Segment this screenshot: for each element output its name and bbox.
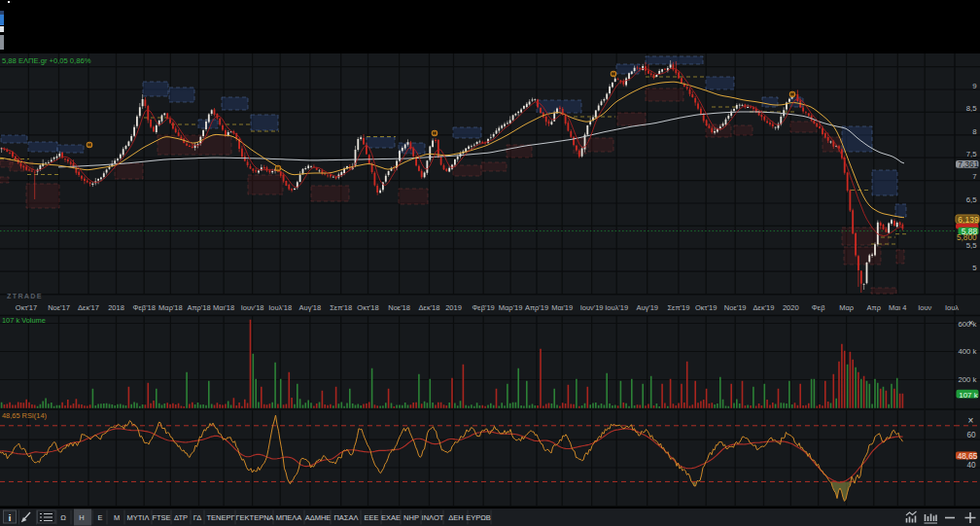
svg-text:5: 5 (972, 263, 977, 272)
svg-text:ΓΔ: ΓΔ (193, 513, 201, 522)
svg-text:Φεβ: Φεβ (812, 303, 825, 312)
svg-text:5,800: 5,800 (957, 233, 977, 242)
svg-text:ΕΥΡΩΒ: ΕΥΡΩΒ (466, 513, 491, 522)
svg-text:7,361: 7,361 (958, 159, 979, 169)
svg-text:×: × (968, 318, 973, 328)
svg-text:ΜΥΤΙΛ: ΜΥΤΙΛ (127, 513, 150, 522)
svg-text:200 k: 200 k (958, 375, 976, 384)
svg-text:Απρ'19: Απρ'19 (525, 303, 548, 312)
svg-text:Μαρ'18: Μαρ'18 (158, 303, 183, 312)
svg-text:2019: 2019 (445, 303, 462, 312)
svg-text:Μαι'19: Μαι'19 (551, 303, 573, 312)
svg-text:40: 40 (966, 461, 976, 470)
svg-text:5,5: 5,5 (966, 241, 978, 250)
svg-text:5,88 ΕΛΠΕ.gr +0,05 0,86%: 5,88 ΕΛΠΕ.gr +0,05 0,86% (2, 56, 91, 65)
svg-text:Ω: Ω (60, 513, 66, 522)
svg-text:Νοε'17: Νοε'17 (48, 303, 70, 312)
svg-text:Μαρ: Μαρ (839, 303, 854, 312)
svg-text:i: i (9, 512, 12, 523)
svg-text:400 k: 400 k (958, 347, 976, 356)
svg-text:107 k: 107 k (959, 391, 979, 400)
svg-text:Οκτ'19: Οκτ'19 (695, 303, 717, 312)
svg-text:ΔΤΡ: ΔΤΡ (174, 513, 188, 522)
svg-text:8: 8 (972, 127, 976, 136)
svg-text:Μαι 4: Μαι 4 (889, 303, 907, 312)
svg-text:ΜΠΕΛΑ: ΜΠΕΛΑ (276, 513, 302, 522)
svg-text:Νοε'19: Νοε'19 (724, 303, 747, 312)
svg-text:×: × (968, 415, 974, 426)
svg-text:2018: 2018 (108, 303, 124, 312)
svg-text:48,65 RSI(14): 48,65 RSI(14) (2, 411, 47, 420)
svg-text:Ιουν: Ιουν (918, 303, 931, 312)
svg-text:ΕΕΕ: ΕΕΕ (364, 513, 378, 522)
svg-text:Σεπ'18: Σεπ'18 (330, 303, 352, 312)
svg-text:ΕΧΑΕ: ΕΧΑΕ (381, 513, 401, 522)
svg-text:600 k: 600 k (958, 320, 976, 329)
svg-text:7: 7 (972, 172, 976, 181)
svg-text:Αυγ'18: Αυγ'18 (299, 303, 322, 312)
svg-text:8,5: 8,5 (966, 104, 978, 113)
svg-text:Ιουν'19: Ιουν'19 (580, 303, 604, 312)
svg-text:Ιουν'18: Ιουν'18 (241, 303, 264, 312)
svg-text:ZTRADE: ZTRADE (7, 292, 43, 300)
svg-text:ΓΕΚΤΕΡΝΑ: ΓΕΚΤΕΡΝΑ (235, 513, 273, 522)
svg-text:Φεβ'18: Φεβ'18 (132, 303, 155, 312)
svg-text:7,5: 7,5 (966, 150, 978, 158)
svg-text:Ιουλ: Ιουλ (945, 303, 959, 312)
svg-text:E: E (97, 513, 102, 522)
svg-text:Απρ'18: Απρ'18 (187, 303, 210, 312)
svg-text:6,139: 6,139 (958, 215, 979, 225)
svg-text:Μαι'18: Μαι'18 (213, 303, 234, 312)
svg-text:Αυγ'19: Αυγ'19 (636, 303, 658, 312)
svg-text:Μαρ'19: Μαρ'19 (499, 303, 523, 312)
svg-text:Δεκ'19: Δεκ'19 (753, 303, 775, 312)
svg-text:ΝΗΡ: ΝΗΡ (403, 513, 419, 522)
svg-text:ΔΕΗ: ΔΕΗ (448, 513, 463, 522)
svg-text:107 k Volume: 107 k Volume (2, 316, 46, 325)
svg-text:6,5: 6,5 (966, 195, 978, 204)
svg-text:ΠΑΣΑΛ: ΠΑΣΑΛ (333, 513, 358, 522)
svg-text:ΙΝΛΟΤ: ΙΝΛΟΤ (422, 513, 444, 522)
svg-text:Ιουλ'19: Ιουλ'19 (605, 303, 628, 312)
svg-text:Δεκ'17: Δεκ'17 (78, 303, 99, 312)
svg-text:48,65: 48,65 (958, 452, 978, 461)
svg-text:9: 9 (972, 82, 976, 90)
svg-text:Δεκ'18: Δεκ'18 (419, 303, 440, 312)
svg-text:ΤΕΝΕΡΓ: ΤΕΝΕΡΓ (206, 513, 234, 522)
svg-text:Οκτ'17: Οκτ'17 (16, 303, 37, 312)
svg-text:Ιουλ'18: Ιουλ'18 (268, 303, 292, 312)
svg-text:Απρ: Απρ (867, 303, 881, 312)
svg-text:Νοε'18: Νοε'18 (388, 303, 410, 312)
svg-text:FTSE: FTSE (152, 513, 170, 522)
svg-text:ΑΔΜΗΕ: ΑΔΜΗΕ (305, 513, 332, 522)
svg-text:Οκτ'18: Οκτ'18 (357, 303, 378, 312)
svg-text:H: H (79, 513, 84, 522)
svg-text:M: M (114, 513, 120, 522)
svg-text:Φεβ'19: Φεβ'19 (472, 303, 494, 312)
svg-text:60: 60 (966, 431, 976, 439)
svg-text:Σεπ'19: Σεπ'19 (667, 303, 689, 312)
svg-text:2020: 2020 (783, 303, 799, 312)
